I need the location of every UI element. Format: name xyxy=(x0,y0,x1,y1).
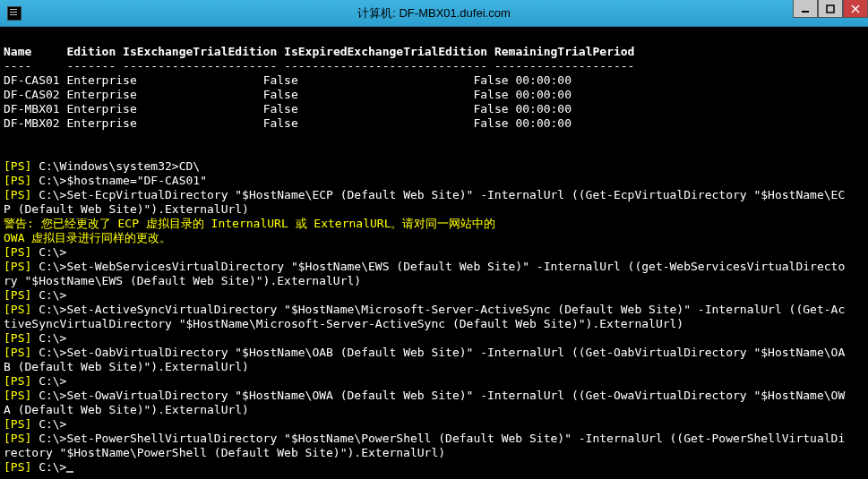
maximize-button[interactable] xyxy=(818,0,843,18)
window-controls xyxy=(793,0,868,18)
terminal-line: [PS] C:\Windows\system32>CD\ xyxy=(4,159,200,173)
terminal-line: [PS] C:\>Set-ActiveSyncVirtualDirectory … xyxy=(4,303,845,316)
terminal-line: [PS] C:\>$hostname="DF-CAS01" xyxy=(4,174,207,187)
cursor xyxy=(66,471,73,473)
table-row: DF-MBX02 Enterprise False False 00:00:00 xyxy=(4,116,572,130)
warning-line: 警告: 您已经更改了 ECP 虚拟目录的 InternalURL 或 Exter… xyxy=(4,217,495,230)
terminal-line: tiveSyncVirtualDirectory "$HostName\Micr… xyxy=(4,317,683,330)
terminal-line: [PS] C:\> xyxy=(4,245,66,259)
minimize-button[interactable] xyxy=(793,0,818,18)
terminal-output[interactable]: Name Edition IsExchangeTrialEdition IsEx… xyxy=(0,27,868,479)
terminal-line: [PS] C:\> xyxy=(4,331,66,345)
titlebar[interactable]: 计算机: DF-MBX01.dufei.com xyxy=(0,0,868,27)
terminal-line: [PS] C:\> xyxy=(4,417,66,431)
terminal-line: [PS] C:\>Set-OabVirtualDirectory "$HostN… xyxy=(4,346,845,359)
terminal-line: [PS] C:\> xyxy=(4,288,66,302)
terminal-line: [PS] C:\> xyxy=(4,374,66,388)
terminal-line: P (Default Web Site)").ExternalUrl) xyxy=(4,202,249,216)
terminal-line: rectory "$HostName\PowerShell (Default W… xyxy=(4,446,445,459)
table-header: Name Edition IsExchangeTrialEdition IsEx… xyxy=(4,45,634,58)
terminal-line: [PS] C:\>Set-PowerShellVirtualDirectory … xyxy=(4,432,845,445)
svg-rect-0 xyxy=(802,11,809,13)
svg-rect-1 xyxy=(827,5,834,13)
table-row: DF-CAS01 Enterprise False False 00:00:00 xyxy=(4,73,572,87)
close-icon xyxy=(851,4,860,13)
window-title: 计算机: DF-MBX01.dufei.com xyxy=(357,5,511,21)
terminal-prompt: [PS] C:\> xyxy=(4,460,73,474)
app-icon xyxy=(7,6,21,21)
table-row: DF-MBX01 Enterprise False False 00:00:00 xyxy=(4,102,572,115)
table-divider: ---- ------- ---------------------- ----… xyxy=(4,59,634,73)
terminal-line: ry "$HostName\EWS (Default Web Site)").E… xyxy=(4,274,361,287)
warning-line: OWA 虚拟目录进行同样的更改。 xyxy=(4,231,171,244)
terminal-line: [PS] C:\>Set-EcpVirtualDirectory "$HostN… xyxy=(4,188,845,201)
terminal-line: B (Default Web Site)").ExternalUrl) xyxy=(4,360,249,373)
terminal-line: [PS] C:\>Set-OwaVirtualDirectory "$HostN… xyxy=(4,389,845,402)
minimize-icon xyxy=(801,4,810,13)
close-button[interactable] xyxy=(843,0,868,18)
terminal-line: A (Default Web Site)").ExternalUrl) xyxy=(4,403,249,416)
maximize-icon xyxy=(826,4,835,13)
terminal-line: [PS] C:\>Set-WebServicesVirtualDirectory… xyxy=(4,260,845,273)
table-row: DF-CAS02 Enterprise False False 00:00:00 xyxy=(4,88,572,101)
